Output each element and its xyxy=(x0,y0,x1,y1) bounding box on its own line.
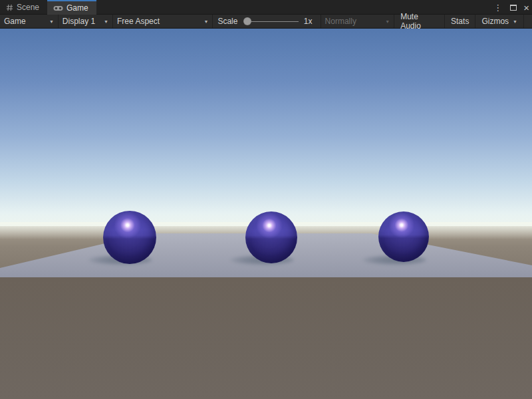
chevron-down-icon: ▼ xyxy=(45,19,54,24)
blue-sphere-1 xyxy=(103,211,156,264)
mute-audio-button[interactable]: Mute Audio xyxy=(394,15,445,28)
chevron-down-icon: ▼ xyxy=(100,19,108,24)
display-popup-label: Display 1 xyxy=(63,17,95,26)
kebab-menu-icon[interactable]: ⋮ xyxy=(492,3,503,12)
scene-grid-icon xyxy=(6,4,13,11)
game-viewport[interactable] xyxy=(0,29,532,399)
chevron-down-icon: ▼ xyxy=(200,19,208,24)
foreground-ground xyxy=(0,277,532,399)
window-controls: ⋮ × xyxy=(492,0,529,15)
scale-slider[interactable] xyxy=(241,15,299,28)
game-view-popup-label: Game xyxy=(4,17,26,26)
gizmos-dropdown[interactable]: Gizmos ▼ xyxy=(475,15,524,28)
close-icon[interactable]: × xyxy=(523,3,529,13)
chevron-down-icon: ▼ xyxy=(509,19,517,24)
play-focus-popup-label: Normally xyxy=(325,17,356,26)
gamepad-icon xyxy=(53,5,63,12)
toolbar-spacer xyxy=(524,15,532,28)
aspect-ratio-popup-label: Free Aspect xyxy=(117,17,160,26)
blue-sphere-2 xyxy=(245,211,297,263)
tab-game-label: Game xyxy=(66,3,88,13)
scale-slider-knob[interactable] xyxy=(243,17,251,25)
stats-button[interactable]: Stats xyxy=(445,15,475,28)
scale-control: Scale 1x xyxy=(213,15,317,28)
play-focus-popup: Normally ▼ xyxy=(321,15,395,28)
scale-value: 1x xyxy=(304,17,313,26)
tab-scene-label: Scene xyxy=(17,3,39,12)
scale-slider-track[interactable] xyxy=(248,21,298,22)
scale-label: Scale xyxy=(217,17,237,26)
aspect-ratio-popup[interactable]: Free Aspect ▼ xyxy=(113,15,213,28)
game-view-popup[interactable]: Game ▼ xyxy=(0,15,59,28)
tab-scene[interactable]: Scene xyxy=(0,0,47,15)
maximize-icon[interactable] xyxy=(510,5,517,11)
gizmos-label: Gizmos xyxy=(481,17,509,26)
unity-game-window: Scene Game ⋮ × Game ▼ Display 1 ▼ Free A… xyxy=(0,0,532,399)
mute-audio-label: Mute Audio xyxy=(400,12,438,31)
stats-label: Stats xyxy=(451,17,469,26)
chevron-down-icon: ▼ xyxy=(381,19,390,24)
game-view-toolbar: Game ▼ Display 1 ▼ Free Aspect ▼ Scale 1… xyxy=(0,15,532,29)
tab-bar: Scene Game ⋮ × xyxy=(0,0,532,15)
tab-game[interactable]: Game xyxy=(47,0,96,15)
blue-sphere-3 xyxy=(378,211,429,262)
display-popup[interactable]: Display 1 ▼ xyxy=(59,15,113,28)
